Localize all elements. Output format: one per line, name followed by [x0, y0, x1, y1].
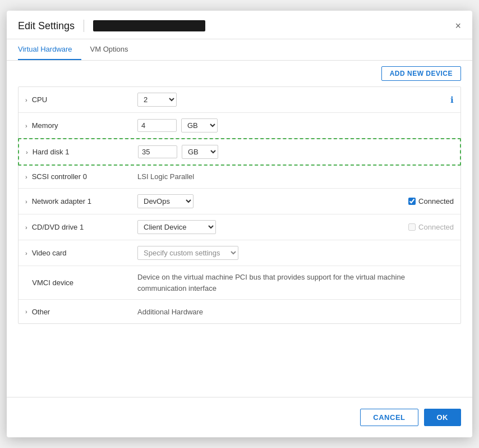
- other-controls: Additional Hardware: [137, 308, 454, 316]
- memory-controls: GB MB: [137, 118, 454, 132]
- network-expand-icon[interactable]: ›: [25, 198, 27, 205]
- header-divider: [84, 20, 84, 32]
- video-controls: Specify custom settings Default settings: [137, 246, 454, 260]
- hard-disk-input[interactable]: [138, 145, 177, 158]
- network-select[interactable]: DevOps VM Network Management: [137, 194, 194, 208]
- network-connected-label: Connected: [418, 197, 454, 205]
- toolbar: ADD NEW DEVICE: [7, 61, 472, 86]
- dialog-title: Edit Settings: [18, 20, 75, 32]
- tab-virtual-hardware[interactable]: Virtual Hardware: [18, 39, 81, 60]
- cpu-row: › CPU 2 1 4 8 ℹ: [19, 87, 460, 113]
- vmci-controls: Device on the virtual machine PCI bus th…: [137, 272, 454, 294]
- scsi-value: LSI Logic Parallel: [137, 172, 194, 181]
- cpu-info-icon: ℹ: [450, 95, 454, 105]
- hard-disk-1-row: › Hard disk 1 GB MB TB: [18, 138, 461, 166]
- edit-settings-dialog: Edit Settings × Virtual Hardware VM Opti…: [7, 11, 472, 437]
- video-expand-icon[interactable]: ›: [25, 250, 27, 257]
- dialog-footer: CANCEL OK: [7, 397, 472, 437]
- dialog-header: Edit Settings ×: [7, 11, 472, 39]
- cddvd-connected-checkbox[interactable]: [408, 223, 416, 231]
- other-value: Additional Hardware: [137, 308, 203, 316]
- vmci-row: › VMCI device Device on the virtual mach…: [19, 266, 460, 300]
- cddvd-connected-wrap: Connected: [408, 223, 454, 231]
- scsi-label: › SCSI controller 0: [25, 172, 137, 181]
- cddvd-select[interactable]: Client Device Datastore ISO File Host De…: [137, 220, 216, 234]
- network-adapter-label: › Network adapter 1: [25, 197, 137, 205]
- cpu-label: › CPU: [25, 95, 137, 104]
- hard-disk-1-label: › Hard disk 1: [26, 148, 138, 156]
- memory-expand-icon[interactable]: ›: [25, 122, 27, 129]
- cpu-select[interactable]: 2 1 4 8: [137, 93, 177, 107]
- network-controls: DevOps VM Network Management Connected: [137, 194, 454, 208]
- video-card-label: › Video card: [25, 249, 137, 257]
- vmci-label: › VMCI device: [25, 278, 137, 287]
- ok-button[interactable]: OK: [424, 409, 462, 426]
- cpu-expand-icon[interactable]: ›: [25, 97, 27, 103]
- scsi-controls: LSI Logic Parallel: [137, 172, 454, 181]
- settings-table: › CPU 2 1 4 8 ℹ › Memory G: [18, 86, 461, 324]
- cddvd-connected-label: Connected: [418, 223, 454, 231]
- cddvd-label: › CD/DVD drive 1: [25, 223, 137, 231]
- memory-label: › Memory: [25, 121, 137, 130]
- hard-disk-expand-icon[interactable]: ›: [26, 149, 28, 156]
- network-connected-checkbox[interactable]: [408, 198, 416, 205]
- cddvd-row: › CD/DVD drive 1 Client Device Datastore…: [19, 214, 460, 240]
- tab-vm-options[interactable]: VM Options: [90, 39, 137, 60]
- other-label: › Other: [25, 308, 137, 316]
- memory-unit-select[interactable]: GB MB: [181, 118, 218, 132]
- memory-input[interactable]: [137, 119, 177, 132]
- video-card-row: › Video card Specify custom settings Def…: [19, 240, 460, 266]
- cancel-button[interactable]: CANCEL: [360, 409, 418, 426]
- cddvd-controls: Client Device Datastore ISO File Host De…: [137, 220, 454, 234]
- network-adapter-row: › Network adapter 1 DevOps VM Network Ma…: [19, 189, 460, 214]
- cddvd-expand-icon[interactable]: ›: [25, 224, 27, 231]
- video-select[interactable]: Specify custom settings Default settings: [137, 246, 238, 260]
- hard-disk-unit-select[interactable]: GB MB TB: [182, 145, 218, 159]
- vmci-description: Device on the virtual machine PCI bus th…: [137, 272, 454, 294]
- cpu-controls: 2 1 4 8: [137, 93, 450, 107]
- network-connected-wrap: Connected: [408, 197, 454, 205]
- add-new-device-button[interactable]: ADD NEW DEVICE: [381, 66, 461, 81]
- scsi-controller-row: › SCSI controller 0 LSI Logic Parallel: [19, 165, 460, 189]
- memory-row: › Memory GB MB: [19, 113, 460, 139]
- tab-bar: Virtual Hardware VM Options: [7, 39, 472, 61]
- vm-name: [93, 20, 205, 31]
- close-button[interactable]: ×: [453, 19, 463, 33]
- hard-disk-1-controls: GB MB TB: [138, 145, 453, 159]
- other-expand-icon[interactable]: ›: [25, 308, 27, 315]
- scsi-expand-icon[interactable]: ›: [25, 173, 27, 180]
- other-row: › Other Additional Hardware: [19, 300, 460, 323]
